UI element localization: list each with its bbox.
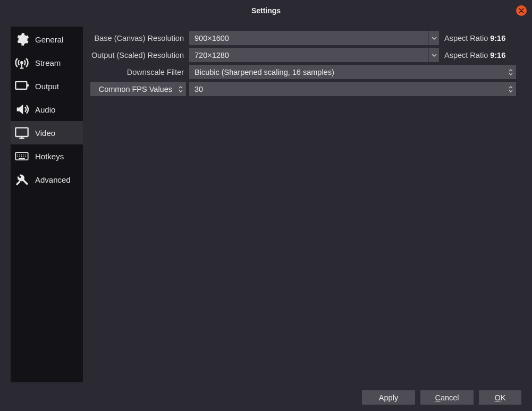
monitor-icon [14, 125, 30, 141]
base-resolution-label: Base (Canvas) Resolution [88, 34, 186, 42]
downscale-filter-label: Downscale Filter [88, 68, 186, 76]
fps-row: Common FPS Values 30 [88, 82, 516, 96]
output-resolution-value: 720×1280 [195, 51, 229, 59]
sidebar-item-label: Advanced [35, 175, 71, 184]
output-resolution-row: Output (Scaled) Resolution 720×1280 Aspe… [88, 48, 516, 62]
chevron-down-icon [428, 31, 439, 45]
sidebar-item-advanced[interactable]: Advanced [11, 168, 83, 191]
sidebar-item-label: Video [35, 129, 55, 138]
sidebar: General Stream Output Audio Video [11, 27, 83, 382]
sidebar-item-label: Output [35, 82, 59, 91]
ok-button[interactable]: OK [479, 390, 521, 405]
base-resolution-row: Base (Canvas) Resolution 900×1600 Aspect… [88, 31, 516, 45]
base-resolution-value: 900×1600 [195, 34, 229, 42]
stepper-icon [505, 82, 516, 96]
output-icon [14, 78, 30, 94]
downscale-filter-value: Bicubic (Sharpened scaling, 16 samples) [195, 68, 334, 76]
fps-value: 30 [195, 85, 203, 93]
cancel-button[interactable]: Cancel [420, 390, 474, 405]
sidebar-item-video[interactable]: Video [11, 121, 83, 144]
antenna-icon [14, 55, 30, 71]
output-resolution-label: Output (Scaled) Resolution [88, 51, 186, 59]
stepper-icon [505, 65, 516, 79]
sidebar-item-general[interactable]: General [11, 28, 83, 51]
apply-button[interactable]: Apply [362, 390, 415, 405]
tools-icon [14, 172, 30, 187]
sidebar-item-output[interactable]: Output [11, 74, 83, 98]
gear-icon [14, 31, 30, 47]
output-aspect-ratio: Aspect Ratio 9:16 [442, 51, 505, 59]
window-title: Settings [251, 6, 281, 15]
settings-content: Base (Canvas) Resolution 900×1600 Aspect… [83, 27, 521, 382]
speaker-icon [14, 101, 30, 117]
keyboard-icon [14, 148, 30, 164]
fps-mode-combo[interactable]: Common FPS Values [90, 82, 186, 96]
sidebar-item-label: General [35, 35, 63, 44]
output-resolution-combo[interactable]: 720×1280 [189, 48, 439, 62]
stepper-icon [175, 82, 186, 96]
downscale-filter-row: Downscale Filter Bicubic (Sharpened scal… [88, 65, 516, 79]
sidebar-item-label: Stream [35, 58, 61, 67]
titlebar: Settings [0, 0, 532, 21]
downscale-filter-combo[interactable]: Bicubic (Sharpened scaling, 16 samples) [189, 65, 516, 79]
sidebar-item-audio[interactable]: Audio [11, 98, 83, 121]
close-button[interactable] [516, 5, 527, 16]
svg-rect-1 [15, 82, 27, 89]
sidebar-item-stream[interactable]: Stream [11, 51, 83, 74]
sidebar-item-label: Audio [35, 105, 55, 114]
fps-value-combo[interactable]: 30 [189, 82, 516, 96]
dialog-footer: Apply Cancel OK [362, 390, 521, 405]
chevron-down-icon [428, 48, 439, 62]
fps-mode-value: Common FPS Values [99, 85, 172, 93]
sidebar-item-hotkeys[interactable]: Hotkeys [11, 144, 83, 168]
base-resolution-combo[interactable]: 900×1600 [189, 31, 439, 45]
svg-rect-2 [15, 128, 28, 136]
sidebar-item-label: Hotkeys [35, 152, 64, 161]
close-icon [519, 6, 524, 15]
base-aspect-ratio: Aspect Ratio 9:16 [442, 34, 505, 42]
